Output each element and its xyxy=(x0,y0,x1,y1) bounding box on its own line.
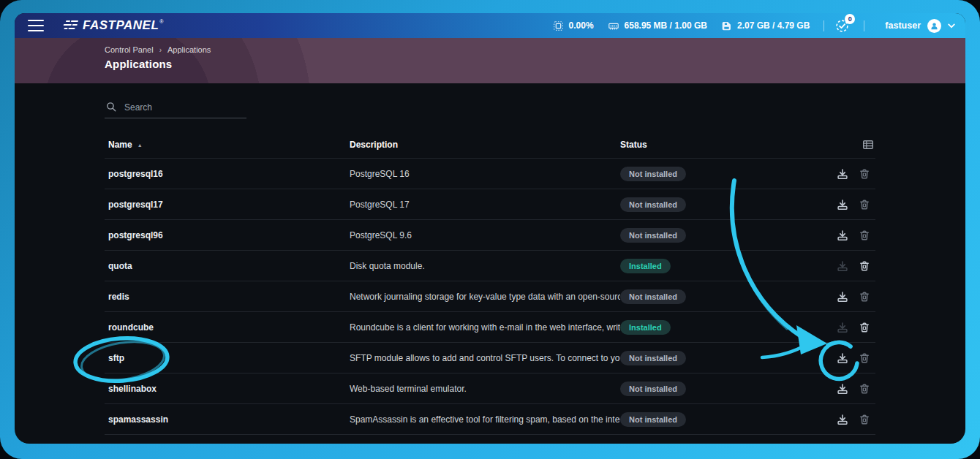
trash-icon xyxy=(858,413,871,426)
breadcrumb-applications: Applications xyxy=(167,45,211,54)
chevron-down-icon xyxy=(948,23,955,29)
status-badge: Not installed xyxy=(620,382,686,396)
install-button xyxy=(836,259,849,273)
table-row: spamassassin SpamAssassin is an effectiv… xyxy=(105,404,875,435)
delete-button[interactable] xyxy=(858,413,871,426)
delete-button[interactable] xyxy=(858,352,871,365)
notifications-button[interactable]: 0 xyxy=(834,18,850,34)
status-badge: Installed xyxy=(620,259,671,273)
column-header-description[interactable]: Description xyxy=(350,140,620,150)
ram-value: 658.95 MB / 1.00 GB xyxy=(625,20,707,31)
cpu-value: 0.00% xyxy=(569,20,594,31)
table-row: postgresql96 PostgreSQL 9.6 Not installe… xyxy=(105,220,875,251)
app-window: FASTPANEL ® 0.00% 658.95 MB / 1.00 GB xyxy=(15,13,965,444)
table-row: shellinabox Web-based terminal emulator.… xyxy=(105,373,875,404)
trash-icon xyxy=(858,198,871,211)
download-icon xyxy=(836,352,849,365)
page-header: Control Panel › Applications Application… xyxy=(15,38,965,83)
breadcrumb: Control Panel › Applications xyxy=(105,45,965,54)
row-description: PostgreSQL 16 xyxy=(350,169,620,179)
status-badge: Not installed xyxy=(620,289,686,304)
main-content: Name ▲ Description Status postgresql16 P… xyxy=(15,99,965,435)
user-menu[interactable]: fastuser xyxy=(885,19,955,33)
row-description: Roundcube is a client for working with e… xyxy=(350,322,620,333)
row-description: Network journaling storage for key-value… xyxy=(350,292,620,302)
delete-button[interactable] xyxy=(858,198,871,211)
disk-value: 2.07 GB / 4.79 GB xyxy=(737,20,810,31)
status-badge: Not installed xyxy=(620,412,686,427)
row-name: roundcube xyxy=(105,322,350,333)
download-icon xyxy=(836,382,849,395)
row-description: SpamAssassin is an effective tool for fi… xyxy=(350,414,620,425)
row-name: postgresql96 xyxy=(105,230,350,240)
topbar-divider xyxy=(864,20,864,31)
notifications-count-badge: 0 xyxy=(845,14,855,24)
row-name: redis xyxy=(105,292,350,302)
trash-icon xyxy=(858,321,871,334)
delete-button[interactable] xyxy=(858,290,871,303)
download-icon xyxy=(836,290,849,303)
status-badge: Not installed xyxy=(620,351,686,365)
status-badge: Not installed xyxy=(620,228,686,243)
cpu-icon xyxy=(553,20,564,31)
logo-sliders-icon xyxy=(61,18,79,31)
row-name: postgresql17 xyxy=(105,200,350,210)
table-body: postgresql16 PostgreSQL 16 Not installed xyxy=(105,158,875,435)
column-settings-button[interactable] xyxy=(862,139,874,151)
table-columns-icon xyxy=(862,139,874,151)
download-icon xyxy=(836,198,849,211)
trash-icon xyxy=(858,382,871,395)
download-icon xyxy=(836,167,849,181)
table-row: redis Network journaling storage for key… xyxy=(105,281,875,312)
install-button[interactable] xyxy=(836,352,849,365)
trash-icon xyxy=(858,290,871,303)
status-badge: Not installed xyxy=(620,167,686,181)
install-button[interactable] xyxy=(836,413,849,426)
logo-text: FASTPANEL xyxy=(83,18,159,33)
delete-button[interactable] xyxy=(858,382,871,395)
search-input[interactable] xyxy=(124,102,245,113)
app-frame: FASTPANEL ® 0.00% 658.95 MB / 1.00 GB xyxy=(0,0,980,459)
disk-stat: 2.07 GB / 4.79 GB xyxy=(721,20,810,31)
avatar xyxy=(927,19,941,33)
breadcrumb-control-panel[interactable]: Control Panel xyxy=(105,45,154,54)
install-button xyxy=(836,321,849,334)
table-row: postgresql16 PostgreSQL 16 Not installed xyxy=(105,159,875,189)
row-description: Web-based terminal emulator. xyxy=(350,384,620,394)
delete-button[interactable] xyxy=(858,259,871,273)
fastpanel-logo: FASTPANEL ® xyxy=(61,18,163,33)
row-name: shellinabox xyxy=(105,384,350,394)
install-button[interactable] xyxy=(836,229,849,242)
delete-button[interactable] xyxy=(858,229,871,242)
row-description: Disk quota module. xyxy=(350,261,620,271)
row-name: quota xyxy=(105,261,350,271)
install-button[interactable] xyxy=(836,198,849,211)
menu-button[interactable] xyxy=(28,20,44,31)
table-header: Name ▲ Description Status xyxy=(105,139,875,158)
topbar-divider xyxy=(823,20,824,31)
trash-icon xyxy=(858,352,871,365)
row-description: SFTP module allows to add and control SF… xyxy=(350,353,620,363)
ram-stat: 658.95 MB / 1.00 GB xyxy=(608,20,707,31)
column-header-status[interactable]: Status xyxy=(620,140,818,150)
row-description: PostgreSQL 9.6 xyxy=(350,230,620,240)
disk-icon xyxy=(721,20,732,31)
table-row: quota Disk quota module. Installed xyxy=(105,251,875,281)
search-box xyxy=(105,99,246,118)
download-icon xyxy=(836,229,849,242)
column-header-name[interactable]: Name ▲ xyxy=(105,140,350,150)
search-icon xyxy=(106,102,117,113)
install-button[interactable] xyxy=(836,167,849,181)
delete-button[interactable] xyxy=(858,321,871,334)
trash-icon xyxy=(858,259,871,273)
install-button[interactable] xyxy=(836,382,849,395)
delete-button[interactable] xyxy=(858,167,871,181)
breadcrumb-separator: › xyxy=(159,46,162,54)
ram-icon xyxy=(608,20,619,31)
row-name: postgresql16 xyxy=(105,169,350,179)
topbar: FASTPANEL ® 0.00% 658.95 MB / 1.00 GB xyxy=(15,13,965,38)
install-button[interactable] xyxy=(836,290,849,303)
logo-registered-mark: ® xyxy=(159,19,163,24)
username: fastuser xyxy=(885,20,921,31)
row-name: sftp xyxy=(105,353,350,363)
